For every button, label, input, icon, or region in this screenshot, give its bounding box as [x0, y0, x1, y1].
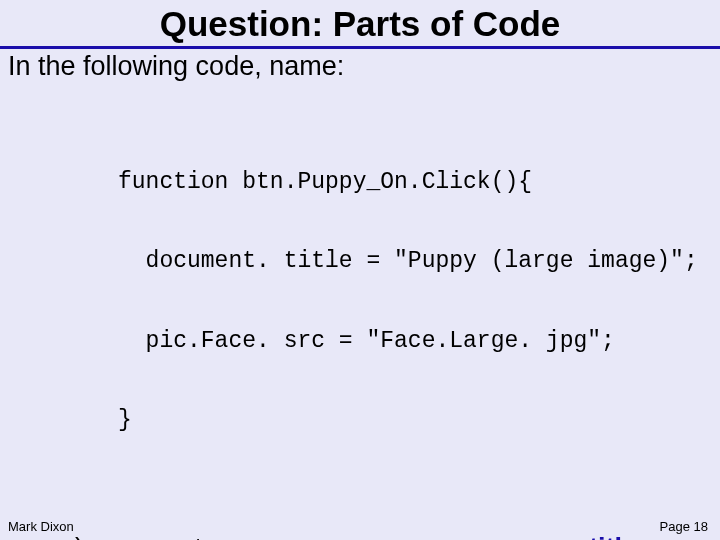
answer-row: title src	[295, 530, 700, 540]
slide-title: Question: Parts of Code	[0, 4, 720, 46]
title-rule	[0, 46, 720, 49]
footer-page-number: 18	[694, 519, 708, 534]
question-list: a) a property b) a keyword c) an object …	[44, 530, 295, 540]
list-item-text: a property	[94, 530, 216, 540]
title-wrap: Question: Parts of Code	[0, 0, 720, 49]
code-block: function btn.Puppy_On.Click(){ document.…	[118, 116, 720, 486]
code-line: document. title = "Puppy (large image)";	[118, 248, 720, 274]
columns: a) a property b) a keyword c) an object …	[0, 530, 720, 540]
footer-page: Page 18	[660, 519, 708, 534]
footer-page-prefix: Page	[660, 519, 694, 534]
lead-text: In the following code, name:	[8, 51, 720, 82]
footer-author: Mark Dixon	[8, 519, 74, 534]
code-line: }	[118, 407, 720, 433]
code-line: pic.Face. src = "Face.Large. jpg";	[118, 328, 720, 354]
list-item: a) a property	[44, 530, 295, 540]
slide: Question: Parts of Code In the following…	[0, 0, 720, 540]
code-line: function btn.Puppy_On.Click(){	[118, 169, 720, 195]
answers-column: title src function document pic.Face cli…	[295, 530, 720, 540]
